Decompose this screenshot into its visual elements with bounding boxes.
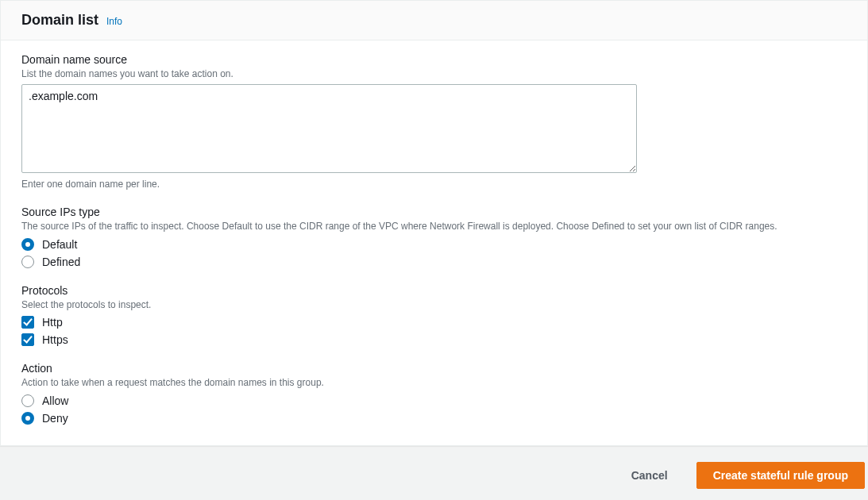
checkbox-label-http: Http xyxy=(42,316,63,329)
label-source-ips-type: Source IPs type xyxy=(21,206,847,218)
desc-source-ips-type: The source IPs of the traffic to inspect… xyxy=(21,220,847,233)
radio-label-default: Default xyxy=(42,238,77,251)
panel-title: Domain list xyxy=(21,12,98,29)
panel-header: Domain list Info xyxy=(1,1,867,40)
checkbox-icon xyxy=(21,316,34,329)
cancel-button[interactable]: Cancel xyxy=(615,463,684,488)
checkbox-icon xyxy=(21,333,34,346)
field-action: Action Action to take when a request mat… xyxy=(21,362,847,425)
checkbox-label-https: Https xyxy=(42,333,68,346)
radio-label-deny: Deny xyxy=(42,412,68,425)
radio-label-allow: Allow xyxy=(42,394,68,407)
panel-body: Domain name source List the domain names… xyxy=(1,40,867,445)
radio-source-ips-default[interactable]: Default xyxy=(21,238,847,251)
radio-action-deny[interactable]: Deny xyxy=(21,412,847,425)
domain-names-input[interactable] xyxy=(21,84,637,173)
radio-icon xyxy=(21,238,34,251)
radio-source-ips-defined[interactable]: Defined xyxy=(21,256,847,268)
label-protocols: Protocols xyxy=(21,284,847,297)
field-domain-name-source: Domain name source List the domain names… xyxy=(21,53,847,190)
desc-protocols: Select the protocols to inspect. xyxy=(21,298,847,312)
checkbox-protocol-http[interactable]: Http xyxy=(21,316,847,329)
radio-icon xyxy=(21,412,34,425)
create-stateful-rule-group-button[interactable]: Create stateful rule group xyxy=(696,462,865,489)
domain-list-panel: Domain list Info Domain name source List… xyxy=(0,0,868,446)
radio-label-defined: Defined xyxy=(42,256,80,268)
field-protocols: Protocols Select the protocols to inspec… xyxy=(21,284,847,347)
field-source-ips-type: Source IPs type The source IPs of the tr… xyxy=(21,206,847,268)
info-link[interactable]: Info xyxy=(106,16,122,27)
checkbox-protocol-https[interactable]: Https xyxy=(21,333,847,346)
page-footer: Cancel Create stateful rule group xyxy=(0,446,868,500)
hint-domain-name-source: Enter one domain name per line. xyxy=(21,179,847,190)
radio-icon xyxy=(21,256,34,268)
desc-domain-name-source: List the domain names you want to take a… xyxy=(21,67,847,81)
radio-icon xyxy=(21,394,34,407)
label-action: Action xyxy=(21,362,847,375)
label-domain-name-source: Domain name source xyxy=(21,53,847,66)
desc-action: Action to take when a request matches th… xyxy=(21,376,847,390)
radio-action-allow[interactable]: Allow xyxy=(21,394,847,407)
